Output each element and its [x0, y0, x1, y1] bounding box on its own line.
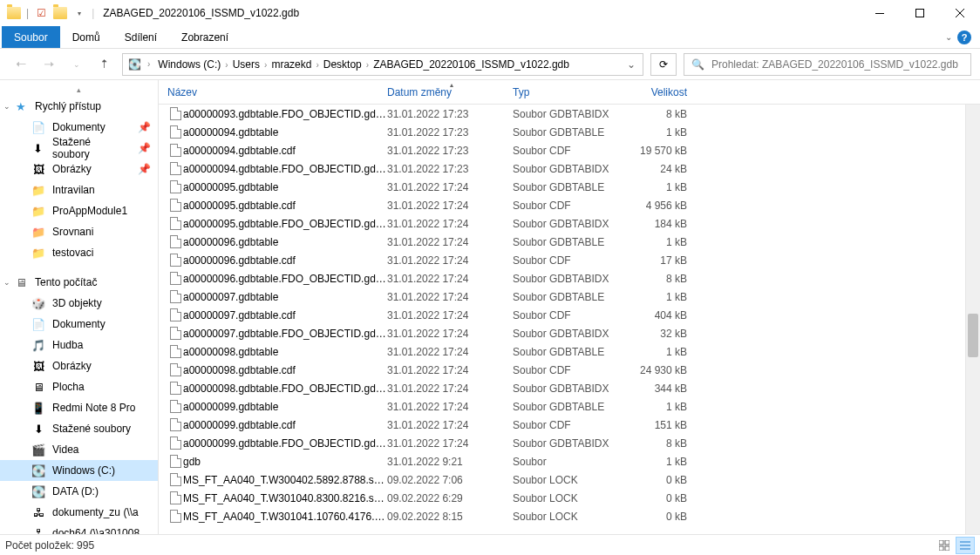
file-row[interactable]: a00000096.gdbtable31.01.2022 17:24Soubor…: [159, 233, 980, 251]
forward-button[interactable]: 🠒: [38, 54, 59, 75]
file-row[interactable]: a00000097.gdbtable31.01.2022 17:24Soubor…: [159, 288, 980, 306]
file-row[interactable]: a00000098.gdbtable.FDO_OBJECTID.gdbt...3…: [159, 379, 980, 397]
scrollbar-thumb[interactable]: [968, 314, 978, 357]
search-input[interactable]: 🔍: [684, 53, 971, 76]
file-size: 8 kB: [630, 273, 699, 285]
col-size[interactable]: Velikost: [630, 86, 699, 98]
sidebar-item[interactable]: 💽DATA (D:): [0, 481, 158, 502]
ribbon-tab-sdílení[interactable]: Sdílení: [112, 26, 169, 48]
drive-icon: 💽: [128, 58, 141, 71]
sidebar-item[interactable]: 💽Windows (C:): [0, 460, 158, 481]
sidebar-item[interactable]: 🖧doch64 (\\a301008: [0, 523, 158, 534]
back-button[interactable]: 🠐: [10, 54, 31, 75]
chevron-down-icon[interactable]: ⌄: [3, 278, 10, 287]
file-date: 31.01.2022 17:24: [387, 364, 513, 376]
col-name[interactable]: Název: [167, 86, 387, 98]
file-icon: [167, 400, 183, 413]
checkbox-icon[interactable]: ☑: [34, 6, 48, 20]
chevron-right-icon[interactable]: ›: [145, 59, 153, 69]
file-row[interactable]: a00000099.gdbtable.cdf31.01.2022 17:24So…: [159, 416, 980, 434]
breadcrumb-segment[interactable]: Desktop: [322, 58, 364, 71]
file-row[interactable]: a00000094.gdbtable.cdf31.01.2022 17:23So…: [159, 141, 980, 159]
sidebar-item[interactable]: 🖼Obrázky: [0, 355, 158, 376]
breadcrumb-segment[interactable]: mrazekd: [269, 58, 313, 71]
file-row[interactable]: gdb31.01.2022 9:21Soubor1 kB: [159, 452, 980, 470]
chevron-down-icon[interactable]: ⌄: [3, 102, 10, 111]
file-type: Soubor LOCK: [513, 492, 630, 504]
breadcrumb-segment[interactable]: Users: [231, 58, 262, 71]
chevron-right-icon[interactable]: ›: [262, 60, 269, 70]
file-row[interactable]: a00000095.gdbtable.FDO_OBJECTID.gdbt...3…: [159, 214, 980, 233]
address-dropdown-icon[interactable]: ⌄: [622, 58, 641, 71]
file-name: a00000096.gdbtable: [183, 236, 387, 248]
sidebar-item[interactable]: ⬇Stažené soubory: [0, 418, 158, 439]
up-button[interactable]: 🠑: [94, 54, 115, 75]
file-row[interactable]: a00000098.gdbtable.cdf31.01.2022 17:24So…: [159, 361, 980, 379]
file-row[interactable]: a00000097.gdbtable.cdf31.01.2022 17:24So…: [159, 306, 980, 324]
refresh-button[interactable]: ⟳: [650, 53, 677, 76]
view-thumbnails-button[interactable]: [935, 537, 954, 554]
file-row[interactable]: a00000094.gdbtable31.01.2022 17:23Soubor…: [159, 123, 980, 141]
sidebar-this-pc[interactable]: ⌄ 🖥 Tento počítač: [0, 272, 158, 293]
file-type: Soubor GDBTABIDX: [513, 273, 630, 285]
file-row[interactable]: a00000097.gdbtable.FDO_OBJECTID.gdbt...3…: [159, 324, 980, 342]
breadcrumb[interactable]: 💽 › Windows (C:)›Users›mrazekd›Desktop›Z…: [122, 53, 643, 76]
file-row[interactable]: a00000094.gdbtable.FDO_OBJECTID.gdbt...3…: [159, 159, 980, 178]
sidebar-item[interactable]: 🎬Videa: [0, 439, 158, 460]
search-field[interactable]: [711, 58, 963, 71]
netdrive-icon: 🖧: [31, 505, 45, 519]
close-button[interactable]: [940, 0, 980, 26]
pic-icon: 🖼: [31, 359, 45, 373]
sidebar-item[interactable]: 📁Srovnani: [0, 221, 158, 242]
file-name: a00000095.gdbtable.cdf: [183, 200, 387, 212]
maximize-button[interactable]: [900, 0, 940, 26]
col-type[interactable]: Typ: [513, 86, 630, 98]
file-row[interactable]: MS_FT_AA040_T.W301040.8300.8216.sr.lock0…: [159, 489, 980, 507]
help-icon[interactable]: ?: [957, 30, 971, 44]
sidebar-item[interactable]: 📄Dokumenty: [0, 314, 158, 335]
chevron-right-icon[interactable]: ›: [222, 60, 230, 70]
file-list[interactable]: a00000093.gdbtable.FDO_OBJECTID.gdbt...3…: [159, 105, 980, 534]
ribbon-tab-zobrazení[interactable]: Zobrazení: [169, 26, 241, 48]
sidebar-quick-access[interactable]: ⌄ ★ Rychlý přístup: [0, 96, 158, 117]
file-date: 09.02.2022 6:29: [387, 492, 513, 504]
qat-dropdown-icon[interactable]: ▾: [72, 6, 86, 20]
file-row[interactable]: a00000096.gdbtable.cdf31.01.2022 17:24So…: [159, 251, 980, 269]
chevron-right-icon[interactable]: ›: [364, 60, 371, 70]
sidebar-item[interactable]: 📄Dokumenty📌: [0, 117, 158, 138]
sidebar-item[interactable]: 🎵Hudba: [0, 335, 158, 355]
sidebar-scroll-up[interactable]: ▴: [0, 85, 158, 96]
sidebar-item[interactable]: ⬇Stažené soubory📌: [0, 138, 158, 159]
sidebar-item-label: Obrázky: [52, 360, 92, 372]
sidebar-item[interactable]: 🖥Plocha: [0, 376, 158, 397]
file-row[interactable]: a00000099.gdbtable.FDO_OBJECTID.gdbt...3…: [159, 434, 980, 452]
chevron-right-icon[interactable]: ›: [313, 60, 321, 70]
sidebar-item[interactable]: 📁ProAppModule1: [0, 200, 158, 221]
sidebar-item[interactable]: 📱Redmi Note 8 Pro: [0, 397, 158, 418]
sidebar-item[interactable]: 📁Intravilan: [0, 179, 158, 200]
ribbon-tab-soubor[interactable]: Soubor: [2, 26, 60, 48]
file-row[interactable]: a00000095.gdbtable31.01.2022 17:24Soubor…: [159, 178, 980, 196]
file-row[interactable]: MS_FT_AA040_T.W301041.10760.4176.sr.l...…: [159, 507, 980, 525]
sidebar-item[interactable]: 📁testovaci: [0, 242, 158, 263]
file-row[interactable]: a00000096.gdbtable.FDO_OBJECTID.gdbt...3…: [159, 269, 980, 288]
file-row[interactable]: MS_FT_AA040_T.W300402.5892.8788.sr.lock0…: [159, 470, 980, 489]
file-row[interactable]: a00000095.gdbtable.cdf31.01.2022 17:24So…: [159, 196, 980, 214]
file-row[interactable]: a00000099.gdbtable31.01.2022 17:24Soubor…: [159, 397, 980, 416]
breadcrumb-segment[interactable]: Windows (C:): [156, 58, 222, 71]
sidebar-item[interactable]: 🖧dokumenty_zu (\\a: [0, 502, 158, 523]
file-row[interactable]: a00000093.gdbtable.FDO_OBJECTID.gdbt...3…: [159, 105, 980, 123]
view-details-button[interactable]: [956, 537, 975, 554]
sidebar-item[interactable]: 🖼Obrázky📌: [0, 159, 158, 179]
sidebar-item[interactable]: 🎲3D objekty: [0, 293, 158, 314]
minimize-button[interactable]: [860, 0, 900, 26]
file-icon: [167, 199, 183, 212]
ribbon-tab-domů[interactable]: Domů: [60, 26, 112, 48]
file-row[interactable]: a00000098.gdbtable31.01.2022 17:24Soubor…: [159, 342, 980, 361]
scrollbar[interactable]: [965, 105, 980, 534]
breadcrumb-segment[interactable]: ZABAGED_20220106_ISSMD_v1022.gdb: [371, 58, 571, 71]
recent-dropdown-icon[interactable]: ⌄: [66, 54, 87, 75]
ribbon-expand-icon[interactable]: ⌄: [945, 32, 952, 42]
sidebar-header-label: Rychlý přístup: [35, 100, 101, 112]
column-headers[interactable]: Název Datum změny Typ Velikost: [159, 80, 980, 105]
